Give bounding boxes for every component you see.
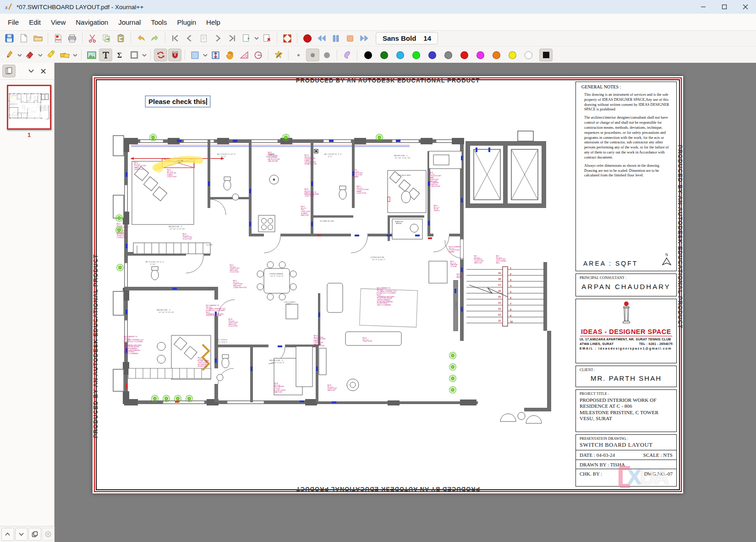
compass-tool-button[interactable] bbox=[252, 49, 265, 61]
color-orange[interactable] bbox=[493, 51, 500, 59]
pen-options-dropdown[interactable] bbox=[16, 49, 23, 61]
close-button[interactable] bbox=[735, 0, 756, 14]
north-arrow: N bbox=[662, 252, 672, 265]
undo-button[interactable] bbox=[134, 32, 148, 45]
pause-button[interactable] bbox=[329, 32, 342, 45]
pdf-page[interactable]: PRODUCED BY AN AUTODESK EDUCATIONAL PROD… bbox=[93, 76, 683, 493]
color-white[interactable] bbox=[525, 51, 532, 59]
sidebar-close-icon[interactable] bbox=[40, 65, 46, 77]
text-tool-button[interactable] bbox=[99, 49, 112, 61]
shapes-options-dropdown[interactable] bbox=[72, 49, 78, 61]
save-button[interactable] bbox=[3, 32, 16, 45]
preview-layers-icon[interactable] bbox=[2, 65, 16, 77]
delete-page-sidebar-button[interactable] bbox=[42, 528, 55, 541]
color-chooser-button[interactable] bbox=[539, 49, 553, 61]
sidebar-dropdown[interactable] bbox=[28, 65, 34, 77]
duplicate-page-button[interactable] bbox=[28, 528, 41, 541]
svg-text:SB-25-HT: 4'-6"-LIGHT POINT-PL: SB-25-HT: 4'-6"-LIGHT POINT-PLUG POINT(5… bbox=[23, 94, 24, 96]
rewind-button[interactable] bbox=[315, 32, 328, 45]
page-thumbnail[interactable]: BEDROOM - 212'-10" X 13'-10"AT-TOILET 5'… bbox=[7, 85, 51, 138]
color-gray[interactable] bbox=[444, 51, 452, 59]
color-lime[interactable] bbox=[412, 51, 420, 59]
eraser-tool-button[interactable] bbox=[23, 49, 37, 61]
color-yellow[interactable] bbox=[509, 51, 516, 59]
menu-edit[interactable]: Edit bbox=[24, 16, 46, 28]
first-page-button[interactable] bbox=[169, 32, 182, 45]
font-size: 14 bbox=[423, 34, 431, 42]
setsquare-tool-button[interactable] bbox=[237, 49, 251, 61]
vertical-space-button[interactable] bbox=[209, 49, 222, 61]
svg-text:AT-TOILET 8'-1" X: AT-TOILET 8'-1" X bbox=[28, 94, 30, 95]
color-red[interactable] bbox=[460, 51, 468, 59]
previous-page-button[interactable] bbox=[183, 32, 196, 45]
insert-image-button[interactable] bbox=[85, 49, 98, 61]
new-page-dropdown[interactable] bbox=[253, 33, 260, 44]
menu-view[interactable]: View bbox=[46, 16, 71, 28]
select-region-dropdown[interactable] bbox=[202, 49, 208, 61]
shapes-tool-button[interactable] bbox=[58, 49, 71, 61]
svg-text:WASH: WASH bbox=[23, 94, 24, 95]
delete-page-button[interactable] bbox=[260, 32, 274, 45]
select-region-button[interactable] bbox=[188, 49, 202, 61]
color-lightblue[interactable] bbox=[396, 51, 404, 59]
export-pdf-button[interactable]: PDF bbox=[51, 32, 65, 45]
chk-by-label: CHK. BY : bbox=[580, 471, 602, 476]
rotation-snap-button[interactable] bbox=[154, 49, 167, 61]
print-button[interactable] bbox=[66, 32, 79, 45]
highlighter-tool-button[interactable] bbox=[44, 49, 57, 61]
font-name: Sans Bold bbox=[383, 34, 416, 42]
grid-snap-button[interactable] bbox=[168, 49, 181, 61]
copy-button[interactable] bbox=[100, 32, 113, 45]
svg-text:1: 1 bbox=[45, 105, 46, 106]
svg-text:14'-6" X 10'-6": 14'-6" X 10'-6" bbox=[270, 275, 284, 277]
menu-tools[interactable]: Tools bbox=[146, 16, 172, 28]
color-black[interactable] bbox=[364, 51, 372, 59]
svg-text:SB-07-HT: 5'-0"-M.C.B-DB BOX: SB-07-HT: 5'-0"-M.C.B-DB BOX bbox=[38, 99, 39, 100]
menu-navigation[interactable]: Navigation bbox=[71, 16, 113, 28]
new-page-after-button[interactable] bbox=[240, 32, 253, 45]
thickness-medium-button[interactable] bbox=[306, 49, 319, 61]
company-name: IDEAS - DESIGNER SPACE bbox=[580, 328, 672, 336]
eraser-options-dropdown[interactable] bbox=[37, 49, 44, 61]
select-rect-tool-button[interactable] bbox=[127, 49, 141, 61]
menu-plugin[interactable]: Plugin bbox=[172, 16, 201, 28]
last-page-button[interactable] bbox=[225, 32, 239, 45]
menu-journal[interactable]: Journal bbox=[113, 16, 146, 28]
color-blue[interactable] bbox=[428, 51, 436, 59]
thickness-thick-button[interactable] bbox=[320, 49, 334, 61]
stop-button[interactable] bbox=[343, 32, 356, 45]
document-canvas[interactable]: PRODUCED BY AN AUTODESK EDUCATIONAL PROD… bbox=[55, 63, 756, 542]
svg-text:4: 4 bbox=[45, 107, 46, 107]
pen-tool-button[interactable] bbox=[3, 49, 16, 61]
fullscreen-button[interactable] bbox=[280, 32, 294, 45]
color-green[interactable] bbox=[380, 51, 388, 59]
menu-file[interactable]: File bbox=[3, 16, 24, 28]
menu-help[interactable]: Help bbox=[201, 16, 225, 28]
svg-text:AT-TOILET: AT-TOILET bbox=[18, 112, 19, 112]
minimize-button[interactable] bbox=[693, 0, 714, 14]
cut-button[interactable] bbox=[86, 32, 99, 45]
maximize-button[interactable] bbox=[714, 0, 735, 14]
forward-button[interactable] bbox=[357, 32, 371, 45]
record-audio-button[interactable] bbox=[301, 32, 314, 45]
text-annotation-box[interactable]: Please check this bbox=[145, 96, 210, 107]
shape-recognizer-button[interactable] bbox=[272, 49, 285, 61]
font-selector-button[interactable]: Sans Bold 14 bbox=[376, 32, 438, 44]
hand-tool-button[interactable] bbox=[223, 49, 236, 61]
toolbar-tools: Σ bbox=[0, 46, 756, 64]
fill-tool-button[interactable] bbox=[340, 49, 354, 61]
tex-tool-button[interactable]: Σ bbox=[113, 49, 126, 61]
svg-text:21'-5" X 14'-7": 21'-5" X 14'-7" bbox=[33, 104, 34, 105]
open-folder-button[interactable] bbox=[31, 32, 44, 45]
svg-text:UNIT: UNIT bbox=[24, 109, 25, 109]
paste-button[interactable] bbox=[114, 32, 127, 45]
page-up-button[interactable] bbox=[1, 528, 14, 541]
next-page-button[interactable] bbox=[211, 32, 225, 45]
thickness-fine-button[interactable] bbox=[292, 49, 305, 61]
new-document-button[interactable] bbox=[17, 32, 30, 45]
color-magenta[interactable] bbox=[477, 51, 484, 59]
page-down-button[interactable] bbox=[15, 528, 28, 541]
select-options-dropdown[interactable] bbox=[141, 49, 148, 61]
goto-page-button[interactable] bbox=[197, 32, 210, 45]
redo-button[interactable] bbox=[148, 32, 162, 45]
